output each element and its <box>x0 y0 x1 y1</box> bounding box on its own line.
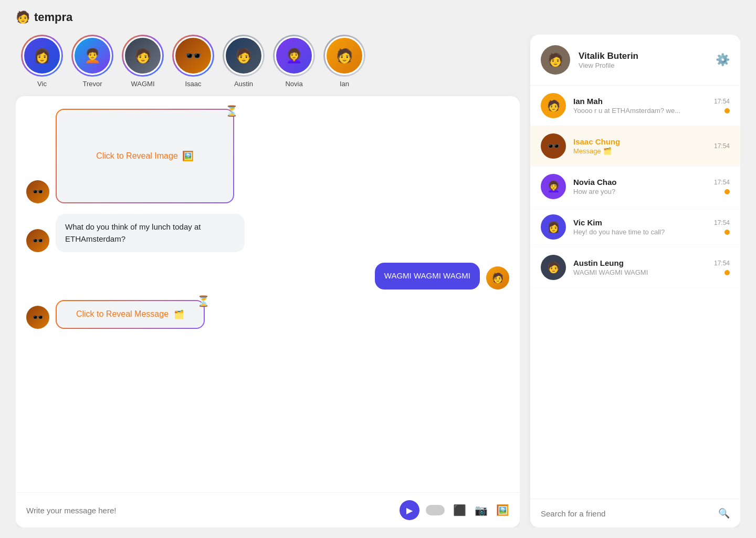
chat-panel: 🕶️ Click to Reveal Image 🖼️ ⏳ 🕶️ What do… <box>16 96 520 527</box>
stories-row: 👩 Vic 🧑‍🦱 Trevor 🧑 WAGMI 🕶️ <box>16 35 520 88</box>
contact-time: 17:54 <box>714 98 730 105</box>
story-item-vic[interactable]: 👩 Vic <box>21 35 63 88</box>
profile-info: Vitalik Buterin View Profile <box>579 51 707 69</box>
story-name: Vic <box>37 80 47 88</box>
search-input[interactable] <box>541 509 713 518</box>
message-row: 🕶️ Click to Reveal Image 🖼️ ⏳ <box>26 109 509 203</box>
story-name: Trevor <box>82 80 102 88</box>
contact-time: 17:54 <box>714 219 730 226</box>
video-icon[interactable]: ⬛ <box>453 504 466 516</box>
contact-avatar: 👩 <box>541 214 566 240</box>
avatar: 🧑 <box>486 266 509 289</box>
message-row: 🕶️ Click to Reveal Message 🗂️ ⏳ <box>26 300 509 329</box>
avatar: 🕶️ <box>26 306 49 329</box>
contact-time: 17:54 <box>714 142 730 150</box>
contact-meta: 17:54 <box>714 219 730 235</box>
contact-name: Ian Mah <box>573 97 707 106</box>
reveal-message-bubble[interactable]: Click to Reveal Message 🗂️ ⏳ <box>56 300 205 329</box>
reveal-image-bubble[interactable]: Click to Reveal Image 🖼️ ⏳ <box>56 109 234 203</box>
online-indicator <box>724 230 730 235</box>
avatar: 🕶️ <box>26 229 49 252</box>
hourglass-icon: ⏳ <box>197 295 210 307</box>
story-name: Novia <box>285 80 302 88</box>
contact-info: Ian Mah Yoooo r u at ETHAmsterdam? we... <box>573 97 707 115</box>
contact-preview: Message 🗂️ <box>573 147 707 155</box>
contact-info: Novia Chao How are you? <box>573 178 707 195</box>
online-indicator <box>724 189 730 194</box>
profile-avatar: 🧑 <box>541 45 570 75</box>
contacts-card: 🧑 Vitalik Buterin View Profile ⚙️ 🧑 Ian … <box>530 35 740 527</box>
contact-meta: 17:54 <box>714 142 730 150</box>
online-indicator <box>724 270 730 275</box>
contact-list: 🧑 Ian Mah Yoooo r u at ETHAmsterdam? we.… <box>530 86 740 499</box>
story-item-trevor[interactable]: 🧑‍🦱 Trevor <box>71 35 113 88</box>
image-icon[interactable]: 🖼️ <box>496 504 509 516</box>
settings-icon[interactable]: ⚙️ <box>716 53 730 67</box>
story-item-wagmi[interactable]: 🧑 WAGMI <box>122 35 164 88</box>
contact-preview: How are you? <box>573 188 707 195</box>
profile-header: 🧑 Vitalik Buterin View Profile ⚙️ <box>530 35 740 86</box>
sent-bubble: WAGMI WAGMI WAGMI <box>375 263 480 289</box>
contact-name: Vic Kim <box>573 218 707 227</box>
left-panel: 👩 Vic 🧑‍🦱 Trevor 🧑 WAGMI 🕶️ <box>16 35 520 527</box>
camera-icon[interactable]: 📷 <box>475 504 488 516</box>
main-layout: 👩 Vic 🧑‍🦱 Trevor 🧑 WAGMI 🕶️ <box>16 35 740 527</box>
contact-meta: 17:54 <box>714 260 730 275</box>
contact-item[interactable]: 🧑 Austin Leung WAGMI WAGMI WAGMI 17:54 <box>530 247 740 288</box>
contact-info: Vic Kim Hey! do you have time to call? <box>573 218 707 236</box>
right-panel: 🧑 Vitalik Buterin View Profile ⚙️ 🧑 Ian … <box>530 35 740 527</box>
contact-preview: WAGMI WAGMI WAGMI <box>573 268 707 276</box>
reveal-image-text: Click to Reveal Image <box>96 151 178 161</box>
story-item-isaac[interactable]: 🕶️ Isaac <box>172 35 214 88</box>
contact-preview: Hey! do you have time to call? <box>573 228 707 236</box>
logo-icon: 🧑 <box>16 11 30 24</box>
contact-meta: 17:54 <box>714 98 730 113</box>
toggle-switch[interactable] <box>426 505 445 515</box>
messages-area: 🕶️ Click to Reveal Image 🖼️ ⏳ 🕶️ What do… <box>16 96 520 492</box>
input-actions: ⬛ 📷 🖼️ <box>426 504 509 516</box>
text-bubble: What do you think of my lunch today at E… <box>56 214 245 252</box>
message-input[interactable] <box>26 506 393 515</box>
hourglass-icon: ⏳ <box>225 105 238 117</box>
story-name: WAGMI <box>131 80 154 88</box>
contact-info: Isaac Chung Message 🗂️ <box>573 137 707 155</box>
contact-name: Novia Chao <box>573 178 707 187</box>
contact-item[interactable]: 👩‍🦱 Novia Chao How are you? 17:54 <box>530 167 740 207</box>
story-item-novia[interactable]: 👩‍🦱 Novia <box>273 35 315 88</box>
contact-avatar: 🕶️ <box>541 133 566 159</box>
contact-item[interactable]: 🧑 Ian Mah Yoooo r u at ETHAmsterdam? we.… <box>530 86 740 126</box>
story-name: Austin <box>234 80 253 88</box>
input-bar: ▶ ⬛ 📷 🖼️ <box>16 492 520 527</box>
contact-preview: Yoooo r u at ETHAmsterdam? we... <box>573 107 707 115</box>
search-bar: 🔍 <box>530 499 740 527</box>
app-header: 🧑 tempra <box>16 11 740 24</box>
search-icon[interactable]: 🔍 <box>718 508 730 519</box>
send-button[interactable]: ▶ <box>400 500 419 520</box>
profile-name: Vitalik Buterin <box>579 51 707 61</box>
profile-sub[interactable]: View Profile <box>579 61 707 69</box>
contact-name: Isaac Chung <box>573 137 707 146</box>
app-name: tempra <box>34 11 72 24</box>
reveal-message-text: Click to Reveal Message <box>76 309 169 319</box>
online-indicator <box>724 108 730 113</box>
contact-time: 17:54 <box>714 260 730 267</box>
contact-avatar: 🧑 <box>541 93 566 118</box>
contact-item[interactable]: 🕶️ Isaac Chung Message 🗂️ 17:54 <box>530 126 740 167</box>
story-name: Ian <box>340 80 349 88</box>
contact-avatar: 👩‍🦱 <box>541 174 566 199</box>
avatar: 🕶️ <box>26 180 49 203</box>
story-item-austin[interactable]: 🧑 Austin <box>223 35 265 88</box>
reveal-message-icon: 🗂️ <box>174 309 184 319</box>
contact-meta: 17:54 <box>714 179 730 194</box>
contact-time: 17:54 <box>714 179 730 186</box>
message-row-sent: 🧑 WAGMI WAGMI WAGMI <box>26 263 509 289</box>
contact-info: Austin Leung WAGMI WAGMI WAGMI <box>573 258 707 276</box>
contact-name: Austin Leung <box>573 258 707 267</box>
contact-item[interactable]: 👩 Vic Kim Hey! do you have time to call?… <box>530 207 740 247</box>
contact-avatar: 🧑 <box>541 255 566 280</box>
story-name: Isaac <box>185 80 201 88</box>
message-row: 🕶️ What do you think of my lunch today a… <box>26 214 509 252</box>
story-item-ian[interactable]: 🧑 Ian <box>323 35 365 88</box>
image-icon: 🖼️ <box>182 150 194 162</box>
